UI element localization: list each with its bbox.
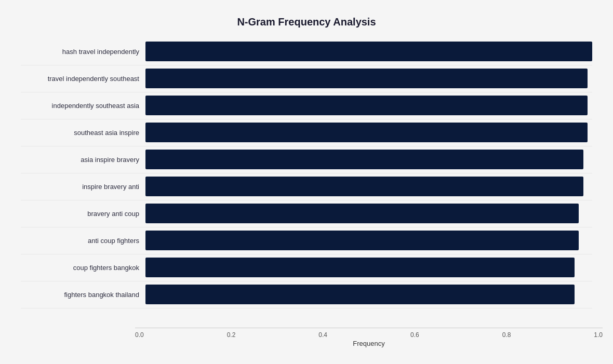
x-tick-label: 0.2 (227, 331, 236, 339)
bar-track (145, 148, 592, 171)
bar-fill (145, 96, 588, 115)
x-tick-label: 0.4 (318, 331, 327, 339)
bar-label: independently southeast asia (21, 102, 145, 110)
bar-fill (145, 42, 592, 61)
bar-fill (145, 204, 579, 223)
bar-fill (145, 258, 575, 277)
bar-fill (145, 69, 588, 88)
table-row: inspire bravery anti (21, 173, 592, 200)
chart-area: hash travel independently travel indepen… (21, 38, 592, 308)
x-tick-label: 0.0 (135, 331, 144, 339)
bar-track (145, 283, 592, 306)
bar-track (145, 67, 592, 90)
bar-fill (145, 123, 588, 142)
table-row: asia inspire bravery (21, 146, 592, 173)
bar-label: southeast asia inspire (21, 129, 145, 137)
bar-track (145, 256, 592, 279)
chart-title: N-Gram Frequency Analysis (21, 16, 592, 28)
bar-label: inspire bravery anti (21, 183, 145, 191)
table-row: anti coup fighters (21, 227, 592, 254)
bar-label: hash travel independently (21, 48, 145, 56)
bar-label: coup fighters bangkok (21, 264, 145, 272)
bar-track (145, 175, 592, 198)
chart-container: N-Gram Frequency Analysis hash travel in… (10, 6, 603, 359)
bar-track (145, 229, 592, 252)
bar-track (145, 121, 592, 144)
bar-fill (145, 177, 583, 196)
bar-fill (145, 150, 583, 169)
table-row: independently southeast asia (21, 92, 592, 119)
bar-label: fighters bangkok thailand (21, 291, 145, 299)
bar-fill (145, 231, 579, 250)
x-axis-label: Frequency (135, 340, 603, 347)
x-tick-label: 0.8 (502, 331, 511, 339)
bar-label: travel independently southeast (21, 75, 145, 83)
table-row: hash travel independently (21, 38, 592, 65)
x-tick-label: 1.0 (594, 331, 603, 339)
table-row: travel independently southeast (21, 65, 592, 92)
x-axis-ticks: 0.00.20.40.60.81.0 (135, 328, 603, 339)
bar-label: anti coup fighters (21, 237, 145, 245)
table-row: southeast asia inspire (21, 119, 592, 146)
x-tick-label: 0.6 (410, 331, 419, 339)
x-axis-section: 0.00.20.40.60.81.0 Frequency (10, 328, 603, 359)
table-row: coup fighters bangkok (21, 254, 592, 281)
table-row: fighters bangkok thailand (21, 281, 592, 308)
bar-track (145, 202, 592, 225)
bar-label: bravery anti coup (21, 210, 145, 218)
bar-fill (145, 285, 575, 304)
bar-track (145, 40, 592, 63)
bar-track (145, 94, 592, 117)
table-row: bravery anti coup (21, 200, 592, 227)
bar-label: asia inspire bravery (21, 156, 145, 164)
